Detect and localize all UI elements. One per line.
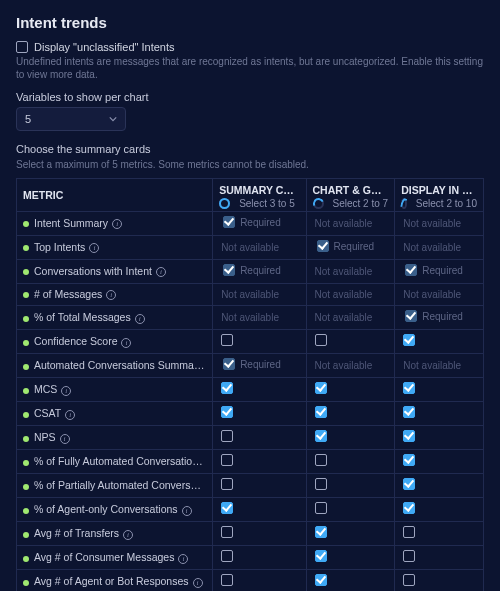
cell-table — [395, 329, 484, 353]
info-icon[interactable] — [193, 578, 203, 588]
checkbox-required — [223, 216, 235, 228]
cell-table — [395, 425, 484, 449]
checkbox[interactable] — [221, 550, 233, 562]
cell-table — [395, 473, 484, 497]
table-row: % of Total MessagesNot availableNot avai… — [17, 305, 484, 329]
checkbox[interactable] — [221, 430, 233, 442]
checkbox[interactable] — [221, 478, 233, 490]
metric-name: Automated Conversations Summary — [17, 353, 213, 377]
info-icon[interactable] — [61, 386, 71, 396]
checkbox[interactable] — [315, 574, 327, 586]
info-icon[interactable] — [207, 458, 212, 468]
info-icon[interactable] — [112, 219, 122, 229]
cell-table: Not available — [395, 211, 484, 235]
cell-summary: Required — [213, 211, 306, 235]
status-dot — [23, 316, 29, 322]
checkbox[interactable] — [403, 454, 415, 466]
metric-name: Avg # of Consumer Messages — [17, 545, 213, 569]
progress-ring-icon — [313, 198, 324, 209]
not-available: Not available — [403, 242, 461, 253]
checkbox[interactable] — [221, 334, 233, 346]
cell-table — [395, 377, 484, 401]
status-dot — [23, 245, 29, 251]
progress-ring-icon — [401, 198, 407, 209]
cell-summary — [213, 401, 306, 425]
cell-table — [395, 449, 484, 473]
info-icon[interactable] — [123, 530, 133, 540]
info-icon[interactable] — [182, 506, 192, 516]
header-display-table: DISPLAY IN TABLE Select 2 to 10 — [395, 179, 484, 212]
checkbox[interactable] — [315, 334, 327, 346]
cell-chart — [306, 473, 395, 497]
checkbox[interactable] — [315, 430, 327, 442]
not-available: Not available — [315, 218, 373, 229]
checkbox-required — [223, 358, 235, 370]
checkbox[interactable] — [403, 334, 415, 346]
checkbox[interactable] — [315, 550, 327, 562]
status-dot — [23, 460, 29, 466]
checkbox[interactable] — [403, 526, 415, 538]
table-row: NPS — [17, 425, 484, 449]
info-icon[interactable] — [106, 290, 116, 300]
info-icon[interactable] — [178, 554, 188, 564]
checkbox[interactable] — [315, 526, 327, 538]
info-icon[interactable] — [207, 362, 213, 372]
checkbox[interactable] — [403, 406, 415, 418]
checkbox[interactable] — [221, 574, 233, 586]
header-summary-card: SUMMARY CARD Select 3 to 5 — [213, 179, 306, 212]
info-icon[interactable] — [60, 434, 70, 444]
checkbox[interactable] — [315, 502, 327, 514]
table-row: Avg # of Agent or Bot Responses — [17, 569, 484, 591]
checkbox[interactable] — [403, 502, 415, 514]
cell-summary — [213, 377, 306, 401]
cell-table — [395, 569, 484, 591]
metric-name: Intent Summary — [17, 211, 213, 235]
checkbox[interactable] — [315, 406, 327, 418]
not-available: Not available — [315, 360, 373, 371]
checkbox[interactable] — [221, 454, 233, 466]
cell-summary: Not available — [213, 305, 306, 329]
display-unclassified-checkbox[interactable] — [16, 41, 28, 53]
info-icon[interactable] — [156, 267, 166, 277]
metric-name: # of Messages — [17, 283, 213, 305]
table-row: % of Fully Automated Conversations — [17, 449, 484, 473]
cell-table — [395, 401, 484, 425]
header-metric: METRIC — [17, 179, 213, 212]
not-available: Not available — [403, 360, 461, 371]
info-icon[interactable] — [121, 338, 131, 348]
status-dot — [23, 388, 29, 394]
cell-table — [395, 545, 484, 569]
info-icon[interactable] — [89, 243, 99, 253]
cell-summary: Not available — [213, 235, 306, 259]
cell-summary — [213, 497, 306, 521]
status-dot — [23, 532, 29, 538]
cell-chart: Not available — [306, 259, 395, 283]
info-icon[interactable] — [65, 410, 75, 420]
checkbox[interactable] — [315, 454, 327, 466]
cell-chart: Required — [306, 235, 395, 259]
status-dot — [23, 436, 29, 442]
table-row: CSAT — [17, 401, 484, 425]
checkbox[interactable] — [315, 382, 327, 394]
checkbox[interactable] — [403, 478, 415, 490]
not-available: Not available — [221, 242, 279, 253]
checkbox[interactable] — [403, 382, 415, 394]
checkbox[interactable] — [221, 502, 233, 514]
cell-chart — [306, 497, 395, 521]
not-available: Not available — [221, 289, 279, 300]
not-available: Not available — [403, 218, 461, 229]
variables-select[interactable]: 5 — [16, 107, 126, 131]
checkbox[interactable] — [403, 574, 415, 586]
checkbox[interactable] — [221, 382, 233, 394]
checkbox[interactable] — [221, 526, 233, 538]
cell-chart: Not available — [306, 283, 395, 305]
checkbox[interactable] — [221, 406, 233, 418]
checkbox[interactable] — [403, 550, 415, 562]
display-unclassified-row[interactable]: Display "unclassified" Intents — [16, 41, 484, 53]
info-icon[interactable] — [135, 314, 145, 324]
cell-summary — [213, 425, 306, 449]
status-dot — [23, 484, 29, 490]
checkbox[interactable] — [403, 430, 415, 442]
table-row: MCS — [17, 377, 484, 401]
checkbox[interactable] — [315, 478, 327, 490]
